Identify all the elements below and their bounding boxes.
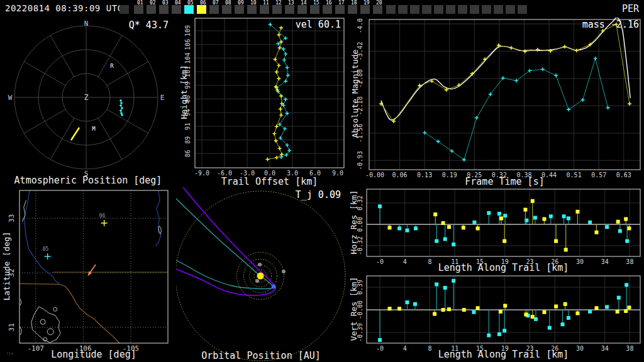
horz-res-ylabel: Horz Res [km] bbox=[349, 178, 358, 266]
station-box-label-04: 04 bbox=[175, 1, 181, 6]
mars-dot bbox=[282, 270, 286, 273]
svg-text:31: 31 bbox=[8, 323, 16, 331]
land-border bbox=[19, 283, 60, 284]
orbital-position-plot bbox=[176, 187, 346, 362]
svg-text:Z: Z bbox=[84, 93, 88, 102]
station-box-label-07: 07 bbox=[213, 1, 219, 6]
station-box-label-10: 10 bbox=[250, 1, 257, 6]
svg-text:E: E bbox=[160, 94, 165, 102]
station-box-label-20: 20 bbox=[376, 1, 382, 6]
station-box-extra[interactable] bbox=[458, 5, 467, 14]
station-box-label-02: 02 bbox=[150, 1, 156, 6]
lagoon-outline bbox=[31, 307, 60, 343]
q-star-title: Q* 43.7 bbox=[94, 19, 169, 31]
station-box-07[interactable] bbox=[209, 5, 219, 14]
rio-grande-river bbox=[25, 190, 60, 284]
shower-code-label: PER bbox=[622, 3, 639, 14]
magnitude-lightcurve-plot: -0.000.060.130.190.250.320.380.440.510.5… bbox=[346, 18, 644, 187]
svg-text:89: 89 bbox=[184, 136, 191, 144]
station-box-extra[interactable] bbox=[482, 5, 491, 14]
tisserand-title: T_j 0.09 bbox=[264, 189, 341, 200]
watermark: rjw bbox=[6, 351, 13, 355]
station-box-label-13: 13 bbox=[288, 1, 294, 6]
station-box-12[interactable] bbox=[272, 5, 282, 14]
station-box-extra[interactable] bbox=[386, 5, 396, 14]
station-box-label-17: 17 bbox=[338, 1, 345, 6]
station-box-03[interactable] bbox=[159, 5, 169, 14]
station-box-label-06: 06 bbox=[200, 1, 206, 6]
frame-time-xlabel: Frame Time [s] bbox=[369, 176, 640, 187]
station-box-17[interactable] bbox=[335, 5, 345, 14]
station-box-09[interactable] bbox=[235, 5, 244, 14]
svg-text:M: M bbox=[92, 126, 96, 132]
station-box-14[interactable] bbox=[297, 5, 307, 14]
station-box-label-08: 08 bbox=[225, 1, 231, 6]
station-box-04[interactable] bbox=[172, 5, 181, 14]
station-box-extra[interactable] bbox=[446, 5, 455, 14]
station-box-13[interactable] bbox=[285, 5, 294, 14]
height-ylabel: Height [km] bbox=[179, 55, 189, 130]
station-box-extra[interactable] bbox=[422, 5, 431, 14]
border-river bbox=[60, 284, 119, 343]
svg-text:05: 05 bbox=[43, 246, 49, 252]
station-box-19[interactable] bbox=[360, 5, 370, 14]
station-box-01[interactable] bbox=[134, 5, 143, 14]
station-box-18[interactable] bbox=[348, 5, 357, 14]
station-box-label-01: 01 bbox=[137, 1, 143, 6]
latitude-ylabel: Latitude [deg] bbox=[2, 222, 11, 310]
station-box-label-16: 16 bbox=[326, 1, 332, 6]
station-box-15[interactable] bbox=[310, 5, 319, 14]
mass-title: mass -2.16 bbox=[547, 19, 639, 30]
timestamp-clock: 20220814 08:39:09 UTC bbox=[5, 3, 123, 13]
station-box-label-09: 09 bbox=[238, 1, 244, 6]
velocity-title: vel 60.1 bbox=[270, 19, 341, 30]
station-box-label-12: 12 bbox=[275, 1, 282, 6]
station-box-extra[interactable] bbox=[434, 5, 443, 14]
station-box-extra[interactable] bbox=[410, 5, 419, 14]
svg-text:86: 86 bbox=[184, 150, 191, 157]
vert-res-ylabel: Vert Res [km] bbox=[349, 265, 358, 353]
station-box-08[interactable] bbox=[222, 5, 231, 14]
absolute-magnitude-ylabel: Absolute Magnitude bbox=[350, 50, 360, 138]
station-box-label-05: 05 bbox=[187, 1, 194, 6]
svg-text:106: 106 bbox=[184, 39, 191, 50]
earth-dot bbox=[272, 285, 276, 289]
station-box-label-11: 11 bbox=[263, 1, 269, 6]
svg-text:-0.93: -0.93 bbox=[357, 151, 364, 170]
svg-text:R: R bbox=[110, 63, 114, 69]
station-box-16[interactable] bbox=[323, 5, 332, 14]
station-box-extra[interactable] bbox=[398, 5, 408, 14]
atmospheric-position-polar-plot: NSEWZRM bbox=[0, 18, 176, 187]
station-box-extra[interactable] bbox=[506, 5, 515, 14]
station-box-label-19: 19 bbox=[364, 1, 370, 6]
svg-text:W: W bbox=[8, 94, 13, 102]
vert-length-xlabel: Length Along Trail [km] bbox=[367, 349, 640, 360]
svg-text:N: N bbox=[84, 19, 89, 28]
station-box-02[interactable] bbox=[147, 5, 156, 14]
station-box-20[interactable] bbox=[373, 5, 382, 14]
trail-offset-plot: -9.0-6.0-3.00.03.06.09.01091061041019996… bbox=[176, 18, 346, 187]
station-box-10[interactable] bbox=[247, 5, 257, 14]
station-box-05[interactable] bbox=[184, 5, 194, 14]
svg-text:-4.05: -4.05 bbox=[357, 18, 364, 33]
sun-dot bbox=[257, 273, 264, 280]
orbital-position-xlabel: Orbital Position [AU] bbox=[182, 350, 340, 361]
station-box-label-14: 14 bbox=[301, 1, 307, 6]
svg-text:33: 33 bbox=[8, 214, 16, 222]
station-box-06[interactable] bbox=[197, 5, 206, 14]
station-box-extra[interactable] bbox=[494, 5, 503, 14]
ground-track-map: 0506-107-106-105333231 bbox=[0, 187, 176, 362]
station-box-label-15: 15 bbox=[313, 1, 319, 6]
atmospheric-xlabel: Atmospheric Position [deg] bbox=[13, 175, 164, 186]
station-box-label-03: 03 bbox=[162, 1, 169, 6]
station-box-extra[interactable] bbox=[470, 5, 479, 14]
trail-offset-xlabel: Trail Offset [km] bbox=[195, 176, 344, 187]
station-box-11[interactable] bbox=[260, 5, 269, 14]
svg-text:109: 109 bbox=[184, 25, 191, 36]
horz-length-xlabel: Length Along Trail [km] bbox=[367, 262, 640, 273]
meteor-viewer-window: 20220814 08:39:09 UTC 010203040506070809… bbox=[0, 0, 644, 362]
station-box-extra[interactable] bbox=[518, 5, 527, 14]
venus-dot bbox=[258, 263, 262, 266]
station-box-lead[interactable] bbox=[119, 5, 129, 14]
mercury-dot bbox=[255, 279, 259, 283]
